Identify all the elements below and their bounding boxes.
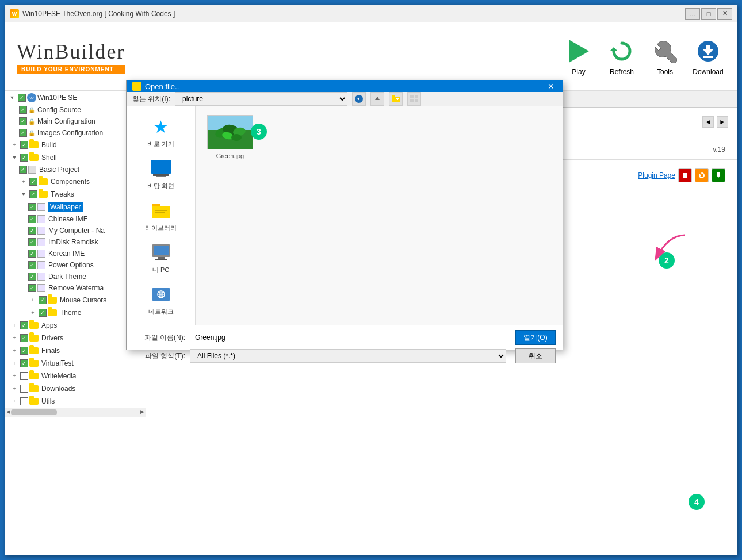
filetype-select[interactable]: All Files (*.*)	[190, 349, 506, 363]
tree-korean-ime[interactable]: Korean IME	[5, 248, 146, 259]
theme-checkbox[interactable]	[39, 309, 47, 317]
main-config-checkbox[interactable]	[19, 117, 27, 125]
config-checkbox[interactable]	[19, 106, 27, 114]
sidebar-shortcuts[interactable]: ★ 바로 가기	[135, 112, 187, 151]
nav-up-button[interactable]	[370, 92, 384, 106]
drivers-expander[interactable]: +	[10, 333, 19, 343]
tree-finals[interactable]: + Finals	[5, 344, 146, 357]
utils-expander[interactable]: +	[10, 397, 19, 406]
my-computer-checkbox[interactable]	[28, 227, 36, 235]
cancel-button[interactable]: 취소	[515, 348, 556, 363]
tree-remove-watermark[interactable]: Remove Waterma	[5, 282, 146, 294]
tree-my-computer[interactable]: My Computer - Na	[5, 225, 146, 236]
sidebar-network[interactable]: 네트워크	[135, 280, 187, 319]
dialog-close-button[interactable]: ✕	[545, 80, 557, 92]
drivers-checkbox[interactable]	[20, 334, 28, 342]
sidebar-desktop[interactable]: 바탕 화면	[135, 154, 187, 193]
components-expander[interactable]: +	[19, 177, 28, 186]
korean-ime-label: Korean IME	[48, 250, 85, 258]
mouse-cursors-checkbox[interactable]	[39, 296, 47, 304]
virtual-test-checkbox[interactable]	[20, 359, 28, 367]
virtual-test-expander[interactable]: +	[10, 359, 19, 368]
shell-checkbox[interactable]	[20, 154, 28, 162]
maximize-button[interactable]: □	[701, 8, 716, 20]
tree-config-source[interactable]: 🔒 Config Source	[5, 104, 146, 116]
korean-ime-checkbox[interactable]	[28, 250, 36, 258]
plugin-page-link[interactable]: Plugin Page	[638, 171, 675, 179]
downloads-checkbox[interactable]	[20, 385, 28, 393]
scroll-left-arrow[interactable]: ◀	[6, 409, 10, 415]
tree-basic-project[interactable]: Basic Project	[5, 164, 146, 175]
download-button[interactable]: Download	[691, 37, 725, 76]
apps-expander[interactable]: +	[10, 321, 19, 330]
tree-write-media[interactable]: + WriteMedia	[5, 370, 146, 382]
images-config-checkbox[interactable]	[19, 129, 27, 137]
view-options-button[interactable]	[407, 92, 421, 106]
tree-shell[interactable]: ▼ Shell	[5, 151, 146, 164]
tree-power-options[interactable]: Power Options	[5, 259, 146, 271]
tree-tweaks[interactable]: ▼ Tweaks	[5, 188, 146, 201]
basic-project-checkbox[interactable]	[19, 166, 27, 174]
components-checkbox[interactable]	[29, 178, 37, 186]
write-media-checkbox[interactable]	[20, 372, 28, 380]
build-checkbox[interactable]	[20, 141, 28, 149]
location-dropdown[interactable]: picture	[175, 92, 347, 106]
root-checkbox[interactable]	[18, 94, 26, 102]
tree-wallpaper[interactable]: Wallpaper	[5, 201, 146, 213]
theme-expander[interactable]: +	[28, 308, 37, 317]
tree-imdisk[interactable]: ImDisk Ramdisk	[5, 236, 146, 248]
remove-watermark-checkbox[interactable]	[28, 284, 36, 292]
tree-drivers[interactable]: + Drivers	[5, 332, 146, 344]
tree-dark-theme[interactable]: Dark Theme	[5, 271, 146, 282]
dark-theme-checkbox[interactable]	[28, 273, 36, 281]
sidebar-library[interactable]: 라이브러리	[135, 196, 187, 235]
tree-apps[interactable]: + Apps	[5, 319, 146, 332]
power-options-checkbox[interactable]	[28, 261, 36, 269]
tree-build[interactable]: + Build	[5, 139, 146, 151]
minimize-button[interactable]: ...	[685, 8, 700, 20]
nav-prev-button[interactable]: ◄	[702, 116, 714, 128]
nav-next-button[interactable]: ►	[717, 116, 728, 128]
imdisk-checkbox[interactable]	[28, 238, 36, 246]
wallpaper-checkbox[interactable]	[28, 203, 36, 211]
finals-expander[interactable]: +	[10, 346, 19, 355]
shell-expander[interactable]: ▼	[10, 153, 19, 162]
downloads-expander[interactable]: +	[10, 384, 19, 393]
sidebar-mypc[interactable]: 내 PC	[135, 238, 187, 277]
tree-downloads[interactable]: + Downloads	[5, 382, 146, 395]
tweaks-expander[interactable]: ▼	[19, 190, 28, 199]
play-button[interactable]: Play	[561, 37, 596, 76]
tweaks-checkbox[interactable]	[29, 190, 37, 198]
write-media-expander[interactable]: +	[10, 371, 19, 381]
mouse-cursors-expander[interactable]: +	[28, 296, 37, 305]
utils-checkbox[interactable]	[20, 397, 28, 405]
scroll-right-arrow[interactable]: ▶	[140, 409, 144, 415]
sidebar-hscrollbar[interactable]: ▶ ◀	[5, 408, 146, 417]
tree-theme[interactable]: + Theme	[5, 306, 146, 319]
build-expander[interactable]: +	[10, 140, 19, 149]
filename-input[interactable]	[190, 331, 506, 344]
chinese-ime-checkbox[interactable]	[28, 215, 36, 223]
open-button[interactable]: 열기(O)	[515, 330, 556, 345]
file-item-green-jpg[interactable]: Green.jpg 3	[201, 112, 259, 162]
tree-components[interactable]: + Components	[5, 175, 146, 188]
tree-mouse-cursors[interactable]: + Mouse Cursors	[5, 294, 146, 306]
tree-main-config[interactable]: 🔒 Main Configuration	[5, 116, 146, 127]
scrollbar-thumb[interactable]	[11, 409, 57, 415]
close-button[interactable]: ✕	[717, 8, 732, 20]
tree-virtual-test[interactable]: + VirtualTest	[5, 357, 146, 370]
stop-button[interactable]	[678, 168, 692, 182]
tools-button[interactable]: Tools	[648, 37, 682, 76]
new-folder-button[interactable]	[389, 92, 403, 106]
reset-button[interactable]	[695, 168, 709, 182]
root-expander[interactable]: ▼	[7, 93, 17, 102]
tree-utils[interactable]: + Utils	[5, 395, 146, 408]
download-options-button[interactable]	[712, 168, 725, 182]
apps-checkbox[interactable]	[20, 321, 28, 329]
tree-images-config[interactable]: 🔒 Images Configuration	[5, 127, 146, 139]
finals-checkbox[interactable]	[20, 347, 28, 355]
tree-chinese-ime[interactable]: Chinese IME	[5, 213, 146, 225]
tree-root[interactable]: ▼ W Win10PE SE	[5, 91, 146, 104]
nav-back-button[interactable]	[352, 92, 366, 106]
refresh-button[interactable]: Refresh	[605, 37, 639, 76]
